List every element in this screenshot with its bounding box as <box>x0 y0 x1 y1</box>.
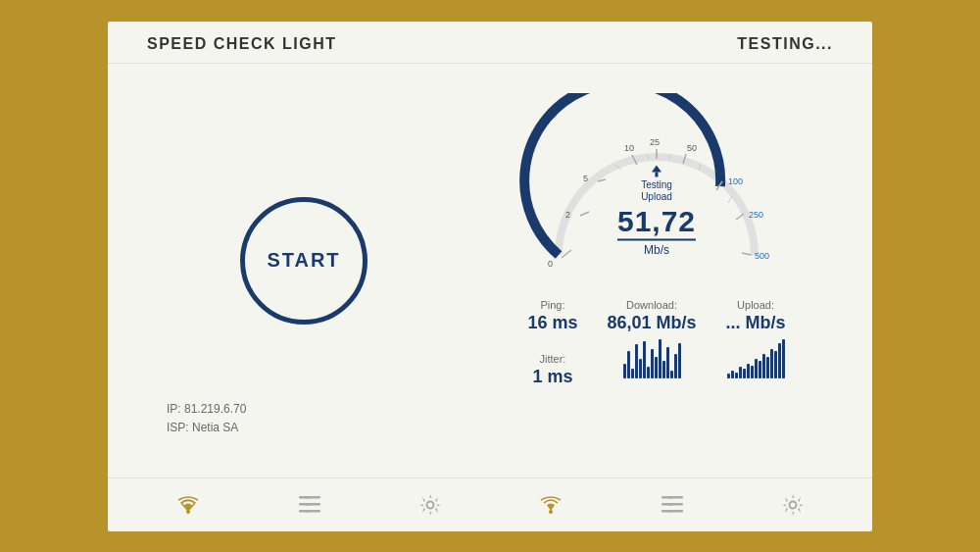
app-window: SPEED CHECK LIGHT TESTING... START IP: 8… <box>108 22 872 531</box>
svg-line-16 <box>742 253 752 255</box>
svg-text:5: 5 <box>583 174 588 183</box>
jitter-stat: Jitter: 1 ms <box>527 353 577 387</box>
svg-line-2 <box>580 212 589 216</box>
svg-rect-24 <box>655 172 658 176</box>
speed-value: 51,72 <box>617 204 696 236</box>
ping-value: 16 ms <box>527 313 577 333</box>
upload-bar <box>727 339 785 378</box>
gear-icon-1[interactable] <box>419 494 441 516</box>
main-content: START IP: 81.219.6.70 ISP: Netia SA <box>108 64 872 477</box>
upload-stat-label: Upload: <box>737 299 774 311</box>
speed-display: TestingUpload 51,72 Mb/s <box>617 163 696 256</box>
svg-rect-30 <box>305 503 311 506</box>
jitter-value: 1 ms <box>532 367 572 387</box>
download-bar <box>623 339 681 378</box>
left-panel: START IP: 81.219.6.70 ISP: Netia SA <box>137 83 470 458</box>
svg-text:10: 10 <box>624 143 634 153</box>
svg-rect-29 <box>305 496 311 499</box>
stats-row: Ping: 16 ms Jitter: 1 ms Download: 86,01… <box>527 299 785 387</box>
svg-text:0: 0 <box>548 259 553 269</box>
svg-marker-23 <box>652 165 662 172</box>
start-button[interactable]: START <box>240 197 368 325</box>
speed-unit: Mb/s <box>617 238 696 256</box>
svg-point-33 <box>549 510 553 514</box>
speedometer: 0 2 5 10 25 50 <box>505 93 808 289</box>
svg-line-22 <box>728 196 732 203</box>
bottom-nav <box>108 477 872 531</box>
isp-name: ISP: Netia SA <box>167 419 246 437</box>
download-stat: Download: 86,01 Mb/s <box>607 299 696 378</box>
menu-icon-1[interactable] <box>299 496 320 514</box>
ping-jitter-col: Ping: 16 ms Jitter: 1 ms <box>527 299 577 387</box>
ping-stat: Ping: 16 ms <box>527 299 577 333</box>
svg-text:25: 25 <box>650 137 660 147</box>
svg-point-32 <box>426 501 433 508</box>
svg-text:500: 500 <box>755 251 769 261</box>
upload-stat: Upload: ... Mb/s <box>726 299 786 378</box>
header: SPEED CHECK LIGHT TESTING... <box>108 22 872 64</box>
upload-stat-value: ... Mb/s <box>726 313 786 333</box>
svg-rect-31 <box>305 510 311 513</box>
svg-point-40 <box>789 501 796 508</box>
download-label: Download: <box>626 299 677 311</box>
wifi-icon-1[interactable] <box>176 495 200 515</box>
start-label: START <box>267 249 340 272</box>
app-title: SPEED CHECK LIGHT <box>147 35 337 53</box>
svg-rect-38 <box>667 503 673 506</box>
svg-point-25 <box>186 510 190 514</box>
right-panel: 0 2 5 10 25 50 <box>470 83 843 458</box>
menu-icon-2[interactable] <box>662 496 683 514</box>
upload-icon: TestingUpload <box>617 163 696 202</box>
jitter-label: Jitter: <box>540 353 566 365</box>
ip-info: IP: 81.219.6.70 ISP: Netia SA <box>167 400 246 437</box>
svg-text:250: 250 <box>749 210 763 220</box>
svg-line-0 <box>562 250 571 258</box>
svg-text:50: 50 <box>687 143 697 153</box>
svg-rect-37 <box>667 496 673 499</box>
wifi-icon-2[interactable] <box>539 495 563 515</box>
ping-label: Ping: <box>540 299 564 311</box>
test-status: TESTING... <box>737 35 833 53</box>
download-value: 86,01 Mb/s <box>607 313 696 333</box>
svg-rect-39 <box>667 510 673 513</box>
svg-text:100: 100 <box>728 176 743 186</box>
ip-address: IP: 81.219.6.70 <box>167 400 246 419</box>
svg-text:2: 2 <box>565 210 570 220</box>
gear-icon-2[interactable] <box>782 494 804 516</box>
testing-label: TestingUpload <box>641 178 672 202</box>
